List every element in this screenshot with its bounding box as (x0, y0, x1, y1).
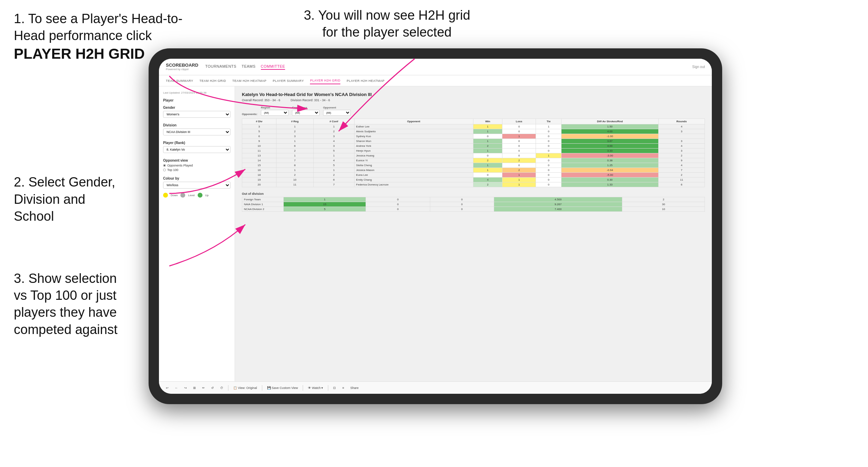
cell-reg: 2 (276, 173, 313, 178)
toolbar-back[interactable]: ← (173, 385, 179, 390)
table-row: 13 1 1 Jessica Huang 0 0 1 -3.00 2 (242, 153, 705, 158)
cell-opponent: Esther Lee (354, 124, 473, 129)
inst1-bold: PLAYER H2H GRID (14, 46, 145, 62)
cell-loss: 2 (502, 158, 536, 163)
ood-tie: 0 (430, 197, 494, 202)
cell-opponent: Stella Cheng (354, 163, 473, 168)
nav-links: TOURNAMENTS TEAMS COMMITTEE (205, 64, 685, 70)
cell-opponent: Euna Lee (354, 173, 473, 178)
filters-row: Opponents: Region (All) Conference (All) (242, 106, 705, 116)
toolbar-edit[interactable]: ✏ (201, 385, 206, 390)
ood-title: Out of division (242, 192, 705, 196)
cell-tie: 0 (536, 149, 562, 153)
toolbar-layout[interactable]: ⊡ (332, 385, 337, 390)
sign-out-link[interactable]: Sign out (692, 65, 705, 69)
opponent-select[interactable]: (All) (323, 110, 351, 116)
cell-opponent: Sydney Kuo (354, 134, 473, 139)
cell-diff: 0.30 (562, 178, 659, 182)
toolbar-undo[interactable]: ↩ (164, 385, 170, 390)
cell-rounds: 3 (658, 149, 705, 153)
cell-div: 16 (242, 168, 276, 173)
out-of-division-section: Out of division Foreign Team 1 0 0 4.500… (242, 192, 705, 212)
cell-win: 1 (473, 163, 502, 168)
cell-div: 14 (242, 158, 276, 163)
subnav-team-summary[interactable]: TEAM SUMMARY (166, 78, 193, 84)
colour-by-label: Colour by (163, 177, 230, 180)
table-row: 11 2 5 Heejo Hyun 1 0 0 3.33 3 (242, 149, 705, 153)
radio-label-top100: Top 100 (167, 168, 178, 172)
radio-dot-top100 (163, 169, 166, 171)
cell-tie: 0 (536, 173, 562, 178)
subnav-team-h2h-grid[interactable]: TEAM H2H GRID (199, 78, 226, 84)
toolbar-sep2 (262, 385, 262, 391)
cell-rounds: 9 (658, 158, 705, 163)
cell-rounds: 4 (658, 163, 705, 168)
ood-name: Foreign Team (242, 197, 284, 202)
cell-div: 11 (242, 149, 276, 153)
conference-select[interactable]: (All) (292, 110, 320, 116)
cell-rounds: 3 (658, 129, 705, 134)
colour-by-select[interactable]: Win/loss (163, 182, 230, 189)
opponent-view-section: Opponent view Opponents Played Top 100 (163, 159, 230, 172)
nav-right: Sign out (692, 65, 705, 69)
colour-label-level: Level (188, 194, 195, 197)
toolbar-redo[interactable]: ↪ (183, 385, 188, 390)
player-rank-select[interactable]: 8. Katelyn Vo (163, 146, 230, 153)
subnav-team-h2h-heatmap[interactable]: TEAM H2H HEATMAP (232, 78, 266, 84)
th-div: # Div (242, 119, 276, 124)
toolbar-share[interactable]: Share (349, 385, 360, 390)
cell-opponent: Andrea York (354, 144, 473, 149)
division-select[interactable]: NCAA Division III (163, 128, 230, 135)
sidebar: Last Updated: 27/03/2024 16:55:38 Player… (159, 86, 235, 381)
table-header-row: # Div # Reg # Conf Opponent Win Loss Tie… (242, 119, 705, 124)
ood-rounds: 30 (622, 202, 705, 207)
cell-rounds: 7 (658, 168, 705, 173)
cell-win: 0 (473, 153, 502, 158)
th-diff: Diff Av Strokes/Rnd (562, 119, 659, 124)
nav-teams[interactable]: TEAMS (242, 64, 255, 70)
toolbar-sep4 (328, 385, 328, 391)
cell-conf: 3 (313, 134, 354, 139)
radio-top100[interactable]: Top 100 (163, 168, 230, 172)
toolbar-sep1 (228, 385, 228, 391)
toolbar-view-original[interactable]: 📋 View: Original (232, 385, 258, 390)
conference-filter: Conference (All) (292, 106, 320, 116)
subnav-player-h2h-grid[interactable]: PLAYER H2H GRID (310, 77, 340, 84)
table-row: 3 1 1 Esther Lee 1 0 1 1.50 4 (242, 124, 705, 129)
toolbar-grid[interactable]: ⊞ (192, 385, 197, 390)
cell-tie: 0 (536, 168, 562, 173)
toolbar-refresh[interactable]: ↺ (210, 385, 215, 390)
opponent-radio-group: Opponents Played Top 100 (163, 164, 230, 172)
cell-tie: 0 (536, 163, 562, 168)
colour-label-down: Down (171, 194, 178, 197)
toolbar-timer[interactable]: ⏱ (219, 385, 225, 390)
ood-table-row: Foreign Team 1 0 0 4.500 2 (242, 197, 705, 202)
toolbar-menu[interactable]: ≡ (341, 385, 345, 390)
cell-diff: -5.00 (562, 173, 659, 178)
toolbar-watch[interactable]: 👁 Watch ▾ (306, 385, 324, 390)
cell-div: 5 (242, 129, 276, 134)
cell-diff: 1.50 (562, 124, 659, 129)
cell-rounds: 3 (658, 139, 705, 144)
logo-area: SCOREBOARD Powered by clippd (166, 63, 198, 71)
nav-committee[interactable]: COMMITTEE (261, 64, 285, 70)
gender-select[interactable]: Women's (163, 111, 230, 118)
subnav-player-summary[interactable]: PLAYER SUMMARY (273, 78, 304, 84)
cell-conf: 4 (313, 139, 354, 144)
region-select[interactable]: (All) (261, 110, 289, 116)
nav-tournaments[interactable]: TOURNAMENTS (205, 64, 236, 70)
cell-opponent: Jessica Huang (354, 153, 473, 158)
cell-loss: 1 (502, 134, 536, 139)
ood-diff: 9.267 (494, 202, 622, 207)
cell-tie: 0 (536, 182, 562, 187)
toolbar-save-custom-view[interactable]: 💾 Save Custom View (266, 385, 299, 390)
cell-loss: 0 (502, 139, 536, 144)
cell-div: 6 (242, 134, 276, 139)
radio-opponents-played[interactable]: Opponents Played (163, 164, 230, 167)
radio-dot-opponents (163, 164, 166, 167)
cell-win: 1 (473, 149, 502, 153)
toolbar: ↩ ← ↪ ⊞ ✏ ↺ ⏱ 📋 View: Original 💾 Save Cu… (159, 381, 712, 394)
subnav-player-h2h-heatmap[interactable]: PLAYER H2H HEATMAP (347, 78, 385, 84)
ood-diff: 7.400 (494, 207, 622, 212)
table-row: 10 6 3 Andrea York 2 0 0 4.00 4 (242, 144, 705, 149)
